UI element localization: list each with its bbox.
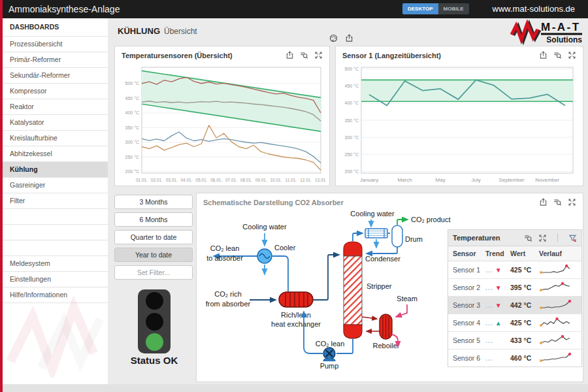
viewport-toggle: DESKTOP MOBILE (402, 3, 469, 14)
sidebar-item-kuhlung[interactable]: Kühlung (3, 162, 108, 178)
drum-symbol (392, 225, 402, 247)
filter-button-year-to-date[interactable]: Year to date (114, 248, 193, 262)
sidebar-item-filter[interactable]: Filter (3, 193, 108, 209)
trend-down-icon: ▼ (495, 284, 502, 291)
app-title: Ammoniaksynthese-Anlage (8, 4, 120, 14)
share-icon[interactable] (345, 34, 353, 42)
sparkline (539, 351, 573, 363)
co2-absorber-diagram: Cooling water Cooler CO₂ lean to absorbe… (198, 208, 453, 372)
sidebar-item-reaktor[interactable]: Reaktor (3, 99, 108, 115)
sparkline (539, 316, 573, 328)
cooling-water-left-label: Cooling water (242, 223, 287, 231)
app: Ammoniaksynthese-Anlage DESKTOP MOBILE w… (0, 0, 588, 392)
trend-history-cell (539, 316, 577, 329)
table-row-sensor-2[interactable]: Sensor 2...▼395 °C (448, 279, 581, 297)
sensor-name: Sensor 3 (453, 301, 485, 309)
svg-text:200 °C: 200 °C (125, 169, 139, 174)
svg-text:05.01.: 05.01. (195, 178, 207, 182)
panel-sensor1-longterm: Sensor 1 (Langzeitübersicht) 200 °C250 °… (335, 46, 583, 186)
stripper-bottom (344, 325, 362, 338)
trend-cell: ...▼ (485, 266, 510, 274)
filter-button-3-months[interactable]: 3 Months (114, 195, 193, 209)
sidebar-item-einstellungen[interactable]: Einstellungen (3, 272, 108, 287)
trend-cell: ... (485, 354, 510, 362)
svg-text:July: July (472, 177, 481, 183)
co2-rich-label-1: CO₂ rich (214, 290, 242, 298)
sidebar-item-meldesystem[interactable]: Meldesystem (3, 256, 108, 272)
trend-cell: ... (485, 336, 510, 344)
fullscreen-icon[interactable] (568, 198, 576, 206)
table-title: Temperaturen (453, 234, 524, 242)
pump-label: Pump (320, 362, 339, 370)
svg-text:03.01.: 03.01. (166, 178, 178, 182)
table-row-sensor-1[interactable]: Sensor 1...▼425 °C (448, 261, 581, 279)
co2-rich-label-2: from absorber (206, 300, 251, 308)
drum-label: Drum (405, 235, 423, 243)
sidebar-item-kompressor[interactable]: Kompressor (3, 84, 108, 99)
sidebar-item-kreislaufturbine[interactable]: Kreislaufturbine (3, 131, 108, 146)
data-zoom-icon[interactable] (553, 198, 562, 206)
sidebar-item-sekundar-reformer[interactable]: Sekundär-Reformer (3, 68, 108, 84)
table-row-sensor-3[interactable]: Sensor 3...▼442 °C (448, 297, 581, 314)
sensor1-longterm-chart[interactable]: 200 °C250 °C300 °C350 °C400 °C450 °C500 … (339, 63, 580, 185)
mobile-button[interactable]: MOBILE (438, 3, 469, 14)
temperature-overview-chart[interactable]: 200 °C250 °C300 °C350 °C400 °C450 °C500 … (118, 63, 326, 185)
table-row-sensor-5[interactable]: Sensor 5...433 °C (448, 332, 581, 350)
sidebar-menu: ProzessübersichtPrimär-ReformerSekundär-… (3, 37, 108, 303)
table-row-sensor-6[interactable]: Sensor 6...460 °C (448, 350, 581, 367)
export-icon[interactable] (539, 198, 547, 206)
trend-history-cell (539, 281, 577, 294)
table-row-sensor-4[interactable]: Sensor 4...▲425 °C (448, 314, 581, 332)
vapor-line (353, 233, 363, 241)
sidebar-item-prozessubersicht[interactable]: Prozessübersicht (3, 37, 108, 52)
trend-history-cell (539, 299, 577, 312)
fullscreen-icon[interactable] (314, 51, 323, 59)
topbar: Ammoniaksynthese-Anlage DESKTOP MOBILE w… (0, 0, 588, 18)
export-icon[interactable] (286, 51, 294, 59)
co2-lean-pump-label: CO₂ lean (316, 340, 345, 348)
sensor-value: 460 °C (510, 354, 539, 362)
cooling-water-top-label: Cooling water (350, 210, 395, 218)
svg-text:250 °C: 250 °C (125, 155, 139, 159)
reflux-line (367, 247, 397, 253)
fullscreen-icon[interactable] (538, 234, 547, 242)
stripper-body (344, 256, 362, 325)
svg-text:May: May (436, 177, 446, 183)
svg-text:08.01.: 08.01. (240, 178, 252, 182)
sidebar-item-katalysator[interactable]: Katalysator (3, 115, 108, 131)
site-url: www.mat-solutions.de (493, 4, 575, 14)
svg-text:September: September (499, 177, 525, 183)
column-header-verlauf: Verlauf (539, 250, 577, 257)
trend-history-cell (539, 263, 577, 276)
data-zoom-icon[interactable] (300, 51, 308, 59)
fullscreen-icon[interactable] (568, 51, 576, 59)
svg-text:10.01.: 10.01. (270, 178, 282, 182)
sensor-name: Sensor 2 (453, 284, 485, 291)
export-icon[interactable] (539, 51, 547, 59)
sidebar-item-gasreiniger[interactable]: Gasreiniger (3, 178, 108, 193)
filter-button-6-months[interactable]: 6 Months (114, 212, 193, 227)
filter-button-quarter-to-date[interactable]: Quarter to date (114, 230, 193, 244)
time-filter-buttons: 3 Months6 MonthsQuarter to dateYear to d… (114, 195, 193, 283)
sensor-name: Sensor 6 (453, 354, 485, 362)
set-filter-button[interactable]: Set Filter... (114, 265, 193, 280)
svg-text:March: March (397, 177, 412, 183)
trend-dots: ... (485, 301, 493, 309)
logo-subtext: Solutions (546, 35, 582, 44)
svg-text:02.01.: 02.01. (151, 178, 163, 182)
svg-text:01.01.: 01.01. (136, 178, 148, 182)
sidebar-item-primar-reformer[interactable]: Primär-Reformer (3, 52, 108, 68)
watermark-logo (5, 296, 106, 380)
desktop-button[interactable]: DESKTOP (402, 3, 438, 14)
data-zoom-icon[interactable] (524, 234, 532, 242)
filter-clear-icon[interactable] (568, 234, 577, 242)
svg-text:09.01.: 09.01. (255, 178, 267, 182)
svg-text:200 °C: 200 °C (345, 169, 359, 174)
svg-text:300 °C: 300 °C (125, 140, 139, 144)
steam-label: Steam (397, 295, 417, 302)
palette-icon[interactable] (329, 34, 338, 42)
page-subtitle: Übersicht (164, 27, 197, 36)
data-zoom-icon[interactable] (553, 51, 562, 59)
red-lamp-off (146, 292, 163, 310)
sidebar-item-abhitzekessel[interactable]: Abhitzekessel (3, 146, 108, 162)
